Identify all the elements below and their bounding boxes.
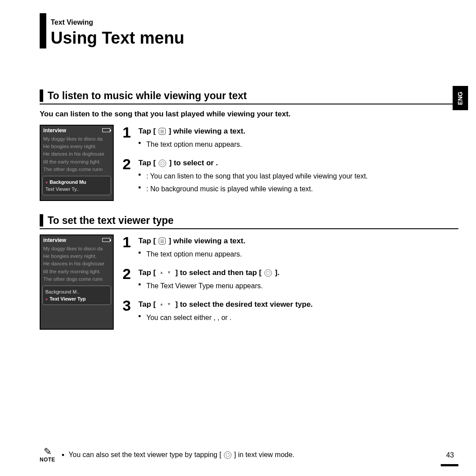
section-2-steps: 1Tap [ ] while viewing a text.The text o… (123, 234, 458, 330)
note-label: NOTE (40, 457, 55, 463)
note-box: ✎ NOTE You can also set the text viewer … (40, 447, 458, 463)
step: 1Tap [ ] while viewing a text.The text o… (123, 234, 458, 262)
step-number: 2 (123, 266, 138, 294)
step-number: 2 (123, 156, 138, 197)
step-bullet: The Text Viewer Type menu appears. (138, 281, 458, 291)
section-1-heading: To listen to music while viewing your te… (40, 89, 458, 104)
step-bullet: : No background music is played while vi… (138, 184, 458, 194)
step-number: 1 (123, 234, 138, 262)
circle-icon (224, 451, 231, 459)
language-tab: ENG (453, 86, 468, 110)
page-title: Using Text menu (51, 29, 458, 48)
step-title: Tap [ ] while viewing a text. (138, 236, 458, 246)
step-bullet: The text option menu appears. (138, 249, 458, 259)
note-icon: ✎ (40, 447, 55, 457)
battery-icon (102, 128, 110, 132)
step-number: 3 (123, 298, 138, 325)
step-bullet: : You can listen to the song that you la… (138, 171, 458, 181)
device-screenshot-2: interview My doggy likes to disco daHe b… (40, 234, 114, 330)
menu-icon (159, 238, 166, 245)
device-menu-item: Background M.. (45, 288, 108, 295)
section-2-heading: To set the text viewer type (40, 214, 458, 229)
device-menu-item: Text Viewer Typ (45, 295, 108, 302)
device-screenshot-1: interview My doggy likes to disco daHe b… (40, 125, 114, 201)
step-title: Tap [ ] to select and then tap [ ]. (138, 268, 458, 278)
step-number: 1 (123, 125, 138, 152)
step-title: Tap [ ] to select or . (138, 158, 458, 168)
menu-icon (159, 128, 166, 135)
step-title: Tap [ ] to select the desired text viewe… (138, 299, 458, 310)
device-menu-item: Text Viewer Ty.. (45, 186, 108, 193)
step: 1Tap [ ] while viewing a text.The text o… (123, 125, 458, 152)
step: 2Tap [ ] to select and then tap [ ].The … (123, 266, 458, 294)
footer-accent (441, 464, 458, 466)
step-bullet: The text option menu appears. (138, 139, 458, 149)
step-bullet: You can select either , , or . (138, 312, 458, 323)
up-down-arrows-icon (159, 302, 172, 307)
device-menu-item: Background Mu (45, 178, 108, 186)
step-title: Tap [ ] while viewing a text. (138, 126, 458, 137)
section-1-sub: You can listen to the song that you last… (40, 109, 458, 119)
up-down-arrows-icon (159, 271, 172, 275)
circle-icon (264, 269, 272, 277)
page-number: 43 (446, 451, 454, 459)
note-text: You can also set the text viewer type by… (62, 451, 294, 459)
title-accent-bar (40, 13, 46, 48)
circle-icon (159, 160, 166, 167)
section-1-steps: 1Tap [ ] while viewing a text.The text o… (123, 125, 458, 201)
battery-icon (102, 238, 110, 242)
breadcrumb: Text Viewing (51, 19, 458, 26)
step: 2Tap [ ] to select or . : You can listen… (123, 156, 458, 197)
step: 3Tap [ ] to select the desired text view… (123, 298, 458, 325)
